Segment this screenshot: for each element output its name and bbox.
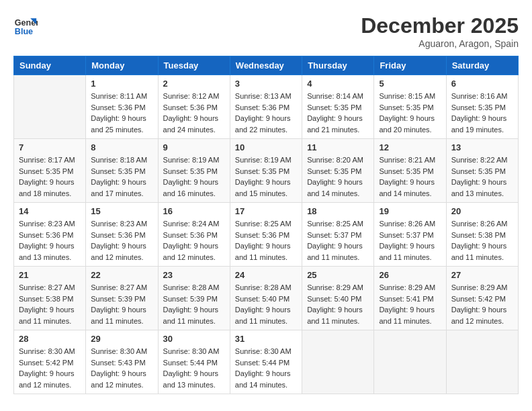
day-number: 21 <box>19 270 81 280</box>
calendar-table: SundayMondayTuesdayWednesdayThursdayFrid… <box>13 56 519 394</box>
day-info: Sunrise: 8:11 AMSunset: 5:36 PMDaylight:… <box>91 91 152 135</box>
day-number: 7 <box>19 142 81 152</box>
calendar-week-row: 21Sunrise: 8:27 AMSunset: 5:38 PMDayligh… <box>14 267 519 330</box>
calendar-cell: 3Sunrise: 8:13 AMSunset: 5:36 PMDaylight… <box>230 75 302 139</box>
calendar-week-row: 1Sunrise: 8:11 AMSunset: 5:36 PMDaylight… <box>14 75 519 139</box>
day-info: Sunrise: 8:26 AMSunset: 5:38 PMDaylight:… <box>451 218 513 263</box>
day-number: 16 <box>163 206 225 216</box>
calendar-cell: 5Sunrise: 8:15 AMSunset: 5:35 PMDaylight… <box>374 75 446 139</box>
day-number: 12 <box>379 142 441 152</box>
calendar-cell: 22Sunrise: 8:27 AMSunset: 5:39 PMDayligh… <box>86 267 158 330</box>
day-number: 11 <box>307 142 369 152</box>
day-info: Sunrise: 8:14 AMSunset: 5:35 PMDaylight:… <box>307 91 369 135</box>
calendar-week-row: 7Sunrise: 8:17 AMSunset: 5:35 PMDaylight… <box>14 139 519 203</box>
calendar-cell: 10Sunrise: 8:19 AMSunset: 5:35 PMDayligh… <box>230 139 302 203</box>
day-info: Sunrise: 8:23 AMSunset: 5:36 PMDaylight:… <box>91 218 152 263</box>
weekday-header-friday: Friday <box>374 56 446 75</box>
day-number: 2 <box>163 79 225 89</box>
calendar-cell: 7Sunrise: 8:17 AMSunset: 5:35 PMDaylight… <box>14 139 86 203</box>
day-info: Sunrise: 8:17 AMSunset: 5:35 PMDaylight:… <box>19 154 81 199</box>
day-info: Sunrise: 8:22 AMSunset: 5:35 PMDaylight:… <box>451 154 513 199</box>
day-info: Sunrise: 8:27 AMSunset: 5:38 PMDaylight:… <box>19 282 81 326</box>
day-number: 1 <box>91 79 152 89</box>
day-info: Sunrise: 8:23 AMSunset: 5:36 PMDaylight:… <box>19 218 81 263</box>
calendar-cell: 4Sunrise: 8:14 AMSunset: 5:35 PMDaylight… <box>302 75 374 139</box>
day-number: 5 <box>379 79 441 89</box>
calendar-cell: 21Sunrise: 8:27 AMSunset: 5:38 PMDayligh… <box>14 267 86 330</box>
calendar-cell: 24Sunrise: 8:28 AMSunset: 5:40 PMDayligh… <box>230 267 302 330</box>
calendar-cell: 11Sunrise: 8:20 AMSunset: 5:35 PMDayligh… <box>302 139 374 203</box>
day-number: 26 <box>379 270 441 280</box>
day-number: 15 <box>91 206 152 216</box>
calendar-cell <box>374 330 446 394</box>
weekday-header-monday: Monday <box>86 56 158 75</box>
weekday-header-saturday: Saturday <box>446 56 518 75</box>
day-number: 8 <box>91 142 152 152</box>
day-info: Sunrise: 8:12 AMSunset: 5:36 PMDaylight:… <box>163 91 225 135</box>
day-info: Sunrise: 8:13 AMSunset: 5:36 PMDaylight:… <box>235 91 297 135</box>
day-info: Sunrise: 8:28 AMSunset: 5:40 PMDaylight:… <box>235 282 297 326</box>
calendar-cell: 17Sunrise: 8:25 AMSunset: 5:36 PMDayligh… <box>230 203 302 267</box>
calendar-cell <box>446 330 518 394</box>
day-info: Sunrise: 8:15 AMSunset: 5:35 PMDaylight:… <box>379 91 441 135</box>
calendar-cell: 23Sunrise: 8:28 AMSunset: 5:39 PMDayligh… <box>158 267 230 330</box>
calendar-cell <box>14 75 86 139</box>
day-info: Sunrise: 8:19 AMSunset: 5:35 PMDaylight:… <box>235 154 297 199</box>
logo-icon: General Blue <box>13 13 38 38</box>
day-number: 19 <box>379 206 441 216</box>
calendar-cell: 15Sunrise: 8:23 AMSunset: 5:36 PMDayligh… <box>86 203 158 267</box>
day-info: Sunrise: 8:21 AMSunset: 5:35 PMDaylight:… <box>379 154 441 199</box>
day-number: 14 <box>19 206 81 216</box>
calendar-cell: 30Sunrise: 8:30 AMSunset: 5:44 PMDayligh… <box>158 330 230 394</box>
calendar-cell <box>302 330 374 394</box>
calendar-cell: 8Sunrise: 8:18 AMSunset: 5:35 PMDaylight… <box>86 139 158 203</box>
day-info: Sunrise: 8:28 AMSunset: 5:39 PMDaylight:… <box>163 282 225 326</box>
day-number: 25 <box>307 270 369 280</box>
day-number: 31 <box>235 334 297 344</box>
calendar-cell: 18Sunrise: 8:25 AMSunset: 5:37 PMDayligh… <box>302 203 374 267</box>
day-info: Sunrise: 8:27 AMSunset: 5:39 PMDaylight:… <box>91 282 152 326</box>
calendar-cell: 14Sunrise: 8:23 AMSunset: 5:36 PMDayligh… <box>14 203 86 267</box>
calendar-week-row: 28Sunrise: 8:30 AMSunset: 5:42 PMDayligh… <box>14 330 519 394</box>
calendar-cell: 16Sunrise: 8:24 AMSunset: 5:36 PMDayligh… <box>158 203 230 267</box>
calendar-cell: 25Sunrise: 8:29 AMSunset: 5:40 PMDayligh… <box>302 267 374 330</box>
calendar-cell: 13Sunrise: 8:22 AMSunset: 5:35 PMDayligh… <box>446 139 518 203</box>
day-number: 23 <box>163 270 225 280</box>
calendar-cell: 28Sunrise: 8:30 AMSunset: 5:42 PMDayligh… <box>14 330 86 394</box>
day-number: 30 <box>163 334 225 344</box>
day-number: 28 <box>19 334 81 344</box>
page-header: General Blue December 2025 Aguaron, Arag… <box>13 13 519 49</box>
title-block: December 2025 Aguaron, Aragon, Spain <box>361 13 519 49</box>
day-info: Sunrise: 8:30 AMSunset: 5:44 PMDaylight:… <box>163 346 225 390</box>
calendar-cell: 29Sunrise: 8:30 AMSunset: 5:43 PMDayligh… <box>86 330 158 394</box>
calendar-cell: 26Sunrise: 8:29 AMSunset: 5:41 PMDayligh… <box>374 267 446 330</box>
calendar-cell: 9Sunrise: 8:19 AMSunset: 5:35 PMDaylight… <box>158 139 230 203</box>
weekday-header-tuesday: Tuesday <box>158 56 230 75</box>
calendar-cell: 27Sunrise: 8:29 AMSunset: 5:42 PMDayligh… <box>446 267 518 330</box>
day-info: Sunrise: 8:24 AMSunset: 5:36 PMDaylight:… <box>163 218 225 263</box>
weekday-header-sunday: Sunday <box>14 56 86 75</box>
day-number: 20 <box>451 206 513 216</box>
day-info: Sunrise: 8:30 AMSunset: 5:44 PMDaylight:… <box>235 346 297 390</box>
day-number: 17 <box>235 206 297 216</box>
day-number: 22 <box>91 270 152 280</box>
weekday-header-row: SundayMondayTuesdayWednesdayThursdayFrid… <box>14 56 519 75</box>
day-info: Sunrise: 8:29 AMSunset: 5:41 PMDaylight:… <box>379 282 441 326</box>
day-info: Sunrise: 8:29 AMSunset: 5:40 PMDaylight:… <box>307 282 369 326</box>
calendar-cell: 20Sunrise: 8:26 AMSunset: 5:38 PMDayligh… <box>446 203 518 267</box>
calendar-cell: 6Sunrise: 8:16 AMSunset: 5:35 PMDaylight… <box>446 75 518 139</box>
day-info: Sunrise: 8:16 AMSunset: 5:35 PMDaylight:… <box>451 91 513 135</box>
day-info: Sunrise: 8:25 AMSunset: 5:37 PMDaylight:… <box>307 218 369 263</box>
day-info: Sunrise: 8:30 AMSunset: 5:43 PMDaylight:… <box>91 346 152 390</box>
day-number: 18 <box>307 206 369 216</box>
calendar-week-row: 14Sunrise: 8:23 AMSunset: 5:36 PMDayligh… <box>14 203 519 267</box>
day-info: Sunrise: 8:25 AMSunset: 5:36 PMDaylight:… <box>235 218 297 263</box>
location-subtitle: Aguaron, Aragon, Spain <box>361 38 519 49</box>
svg-text:Blue: Blue <box>15 27 33 36</box>
day-number: 13 <box>451 142 513 152</box>
day-info: Sunrise: 8:29 AMSunset: 5:42 PMDaylight:… <box>451 282 513 326</box>
day-number: 27 <box>451 270 513 280</box>
day-number: 9 <box>163 142 225 152</box>
day-info: Sunrise: 8:26 AMSunset: 5:37 PMDaylight:… <box>379 218 441 263</box>
day-number: 4 <box>307 79 369 89</box>
